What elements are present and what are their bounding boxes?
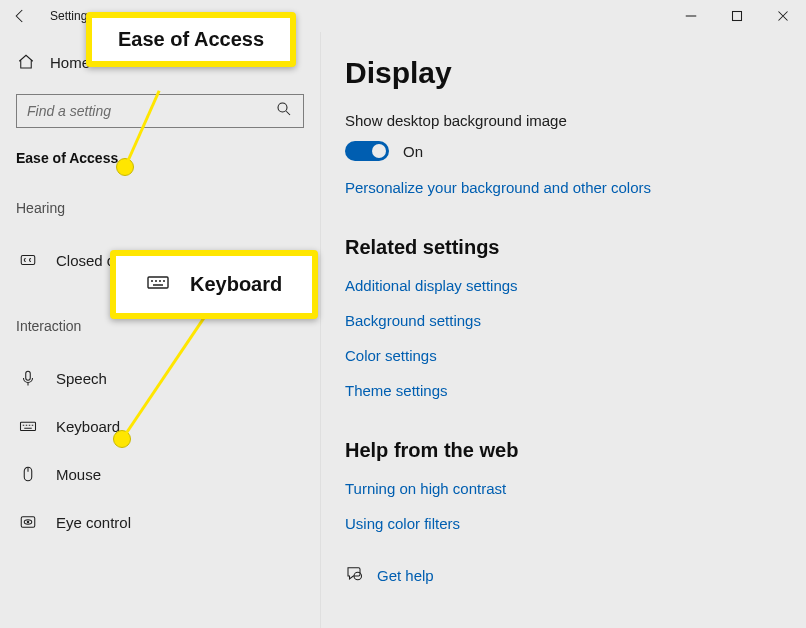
show-bg-toggle[interactable]	[345, 141, 389, 161]
page-title: Display	[345, 56, 782, 90]
search-icon	[275, 100, 293, 122]
personalize-link[interactable]: Personalize your background and other co…	[345, 179, 782, 196]
keyboard-icon	[18, 416, 38, 436]
closed-captions-icon	[18, 250, 38, 270]
link-color-filters[interactable]: Using color filters	[345, 515, 782, 532]
nav-keyboard[interactable]: Keyboard	[16, 402, 304, 450]
get-help-row[interactable]: Get help	[345, 564, 782, 586]
mouse-icon	[18, 464, 38, 484]
close-icon	[774, 7, 792, 25]
link-theme-settings[interactable]: Theme settings	[345, 382, 782, 399]
nav-label: Eye control	[56, 514, 131, 531]
nav-label: Speech	[56, 370, 107, 387]
callout-ease-of-access: Ease of Access	[86, 12, 296, 67]
link-additional-display[interactable]: Additional display settings	[345, 277, 782, 294]
close-button[interactable]	[760, 0, 806, 32]
svg-point-8	[27, 521, 29, 523]
svg-point-1	[278, 103, 287, 112]
callout-label: Keyboard	[190, 273, 282, 296]
link-color-settings[interactable]: Color settings	[345, 347, 782, 364]
group-hearing-label: Hearing	[16, 200, 304, 216]
keyboard-icon	[146, 270, 170, 299]
nav-label: Mouse	[56, 466, 101, 483]
get-help-link[interactable]: Get help	[377, 567, 434, 584]
eye-icon	[18, 512, 38, 532]
callout-keyboard: Keyboard	[110, 250, 318, 319]
minimize-button[interactable]	[668, 0, 714, 32]
arrow-left-icon	[11, 7, 29, 25]
svg-rect-3	[26, 371, 31, 380]
search-input-container[interactable]	[16, 94, 304, 128]
callout-label: Ease of Access	[118, 28, 264, 51]
toggle-state: On	[403, 143, 423, 160]
back-button[interactable]	[6, 2, 34, 30]
maximize-icon	[728, 7, 746, 25]
help-heading: Help from the web	[345, 439, 782, 462]
section-header: Ease of Access	[16, 150, 304, 166]
sidebar: Home Ease of Access Hearing Closed capti…	[0, 32, 320, 628]
link-high-contrast[interactable]: Turning on high contrast	[345, 480, 782, 497]
svg-rect-0	[733, 12, 742, 21]
nav-mouse[interactable]: Mouse	[16, 450, 304, 498]
nav-label: Keyboard	[56, 418, 120, 435]
home-icon	[16, 52, 36, 72]
minimize-icon	[682, 7, 700, 25]
svg-rect-10	[148, 277, 168, 288]
window-controls	[668, 0, 806, 32]
group-interaction-label: Interaction	[16, 318, 304, 334]
main-pane: Display Show desktop background image On…	[320, 32, 806, 628]
link-background-settings[interactable]: Background settings	[345, 312, 782, 329]
show-bg-label: Show desktop background image	[345, 112, 782, 129]
microphone-icon	[18, 368, 38, 388]
related-heading: Related settings	[345, 236, 782, 259]
help-icon	[345, 564, 363, 586]
svg-rect-4	[21, 422, 36, 430]
home-label: Home	[50, 54, 90, 71]
svg-rect-2	[21, 256, 35, 265]
nav-eye-control[interactable]: Eye control	[16, 498, 304, 546]
maximize-button[interactable]	[714, 0, 760, 32]
